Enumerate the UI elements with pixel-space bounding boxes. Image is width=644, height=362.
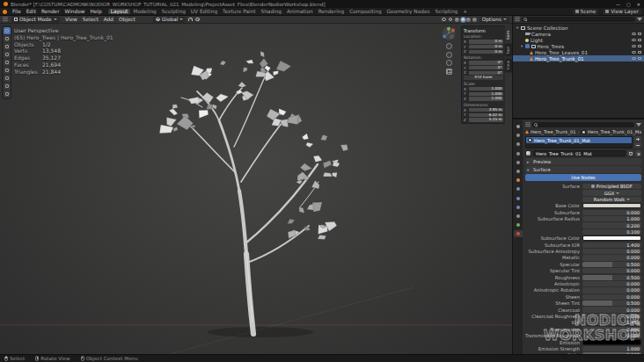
transform-dimensions-z[interactable]: Z5.15 m (464, 118, 503, 122)
param-value-field[interactable]: 0.000 (582, 294, 641, 300)
n-panel-tab-view[interactable]: View (505, 58, 512, 72)
hide-in-viewport-toggle[interactable] (632, 33, 636, 36)
workspace-tab-animation[interactable]: Animation (284, 9, 316, 14)
material-slot-row[interactable]: Hero_Tree_Trunk_01_Mat (526, 137, 632, 143)
param-value-field[interactable]: 0.030 (582, 314, 641, 319)
surface-section-header[interactable]: ▾ Surface (525, 166, 641, 173)
param-value-field[interactable]: 1.450 (582, 320, 641, 325)
workspace-tab-layout[interactable]: Layout (108, 9, 131, 14)
transform-rotation-x[interactable]: X0° (464, 61, 503, 65)
outliner-row-camera[interactable]: Camera (513, 31, 644, 37)
workspace-tab-geometry-nodes[interactable]: Geometry Nodes (384, 9, 433, 14)
material-slot-list[interactable]: Hero_Tree_Trunk_01_Mat (525, 136, 633, 148)
outliner-row-hero-tree-trunk-01[interactable]: Hero_Tree_Trunk_01 (513, 55, 644, 62)
disclosure-icon[interactable]: ▾ (516, 25, 519, 30)
pan-icon[interactable] (446, 52, 452, 58)
outliner-row-hero-tree-leaves-01[interactable]: Hero_Tree_Leaves_01 (513, 49, 644, 55)
mode-dropdown[interactable]: Object Mode (11, 17, 60, 23)
hide-in-viewport-toggle[interactable] (632, 51, 636, 54)
properties-tab-render[interactable] (514, 132, 523, 139)
distribution-dropdown[interactable]: GGX (582, 190, 641, 195)
param-value-field[interactable]: 1.000 (582, 346, 641, 351)
scale-tool-icon[interactable] (4, 67, 11, 74)
annotate-tool-icon[interactable] (4, 83, 11, 90)
menu-file[interactable]: File (10, 9, 24, 14)
param-value-field[interactable]: 0.000 (582, 307, 641, 312)
workspace-tab-texture-paint[interactable]: Texture Paint (220, 9, 258, 14)
hide-in-viewport-toggle[interactable] (632, 57, 636, 61)
outliner-editor-icon[interactable] (515, 17, 520, 22)
properties-tab-physics[interactable] (514, 204, 523, 211)
menu-window[interactable]: Window (62, 9, 88, 14)
n-panel-tab-item[interactable]: Item (505, 28, 512, 42)
rotation-mode-dropdown[interactable]: XYZ Euler (464, 76, 503, 80)
workspace-tab-sculpting[interactable]: Sculpting (159, 9, 188, 14)
menu-render[interactable]: Render (39, 9, 62, 14)
move-tool-icon[interactable] (4, 51, 11, 58)
add-slot-button[interactable] (634, 136, 641, 141)
properties-search-input[interactable] (532, 122, 634, 127)
transform-rotation-z[interactable]: Z0° (464, 70, 503, 75)
scene-selector[interactable]: Scene (573, 9, 599, 15)
viewport-menu-select[interactable]: Select (80, 17, 100, 22)
orientation-dropdown[interactable]: Global (153, 17, 186, 23)
disable-in-render-toggle[interactable] (638, 57, 642, 61)
unlink-material-button[interactable] (635, 150, 641, 156)
measure-tool-icon[interactable] (4, 90, 11, 98)
outliner-search-input[interactable] (522, 17, 635, 22)
filter-icon[interactable] (637, 18, 642, 21)
workspace-tab-[interactable]: + (460, 9, 470, 14)
viewport-menu-add[interactable]: Add (101, 17, 115, 22)
disable-in-render-toggle[interactable] (638, 39, 642, 42)
param-value-field[interactable]: 0.000 (582, 255, 641, 260)
transform-location-z[interactable]: Z0 m (464, 49, 503, 54)
hide-in-viewport-toggle[interactable] (632, 39, 636, 42)
properties-tab-object-data[interactable] (514, 221, 523, 228)
show-gizmo-icon[interactable] (442, 18, 446, 22)
properties-tab-tool[interactable] (514, 123, 523, 130)
subsurface-method-dropdown[interactable]: Random Walk (582, 197, 641, 202)
shading-rendered-icon[interactable] (472, 18, 477, 22)
remove-slot-button[interactable] (634, 142, 641, 148)
zoom-icon[interactable] (446, 43, 452, 49)
properties-tab-output[interactable] (514, 141, 523, 148)
proportional-editing-icon[interactable] (195, 18, 200, 22)
shading-solid-icon[interactable] (461, 18, 465, 22)
param-value-field[interactable]: 1.400 (582, 243, 641, 248)
workspace-tab-scripting[interactable]: Scripting (432, 9, 460, 14)
properties-tab-modifiers[interactable] (514, 185, 523, 192)
param-value-field[interactable]: 0.000 (582, 268, 641, 273)
fake-user-button[interactable] (627, 150, 633, 156)
breadcrumb-material[interactable]: Hero_Tree_Trunk_01_Mat (588, 129, 641, 134)
snap-magnet-icon[interactable] (188, 18, 193, 21)
param-color-swatch[interactable] (582, 235, 641, 241)
param-value-field[interactable]: 0.000 (582, 327, 641, 332)
hide-in-viewport-toggle[interactable] (632, 45, 636, 48)
view-layer-selector[interactable]: View Layer (603, 9, 641, 15)
workspace-tab-shading[interactable]: Shading (259, 9, 285, 14)
maximize-button[interactable]: ▢ (626, 2, 631, 7)
cursor-tool-icon[interactable] (4, 43, 11, 50)
material-preview-icon[interactable] (525, 150, 531, 156)
properties-filter-icon[interactable] (636, 123, 641, 127)
viewport-3d[interactable]: Object Mode ViewSelectAddObject Global (0, 16, 512, 354)
transform-dimensions-y[interactable]: Y6.42 m (464, 112, 503, 117)
param-value-field[interactable]: 0.500 (582, 275, 641, 280)
disable-in-render-toggle[interactable] (638, 51, 642, 54)
outliner-row-hero-trees[interactable]: ▾Hero_Trees (513, 43, 644, 49)
properties-tab-scene[interactable] (514, 159, 523, 166)
tweak-tool-icon[interactable] (4, 27, 11, 34)
material-name-field[interactable]: Hero_Tree_Trunk_01_Mat (533, 150, 626, 156)
close-button[interactable]: ✕ (637, 2, 640, 7)
collection-checkbox[interactable] (525, 44, 530, 48)
surface-shader-dropdown[interactable]: Principled BSDF (582, 184, 641, 189)
transform-scale-y[interactable]: Y1.000 (464, 91, 503, 96)
workspace-tab-uv-editing[interactable]: UV Editing (188, 9, 220, 14)
param-value-field[interactable]: 0.000 (582, 210, 641, 215)
param-value-field[interactable]: 0.000 (582, 281, 641, 286)
transform-location-y[interactable]: Y0 m (464, 44, 503, 48)
shading-material-preview-icon[interactable] (466, 18, 471, 22)
properties-tab-particles[interactable] (514, 195, 523, 202)
transform-tool-icon[interactable] (4, 75, 11, 82)
use-nodes-button[interactable]: Use Nodes (525, 174, 641, 181)
